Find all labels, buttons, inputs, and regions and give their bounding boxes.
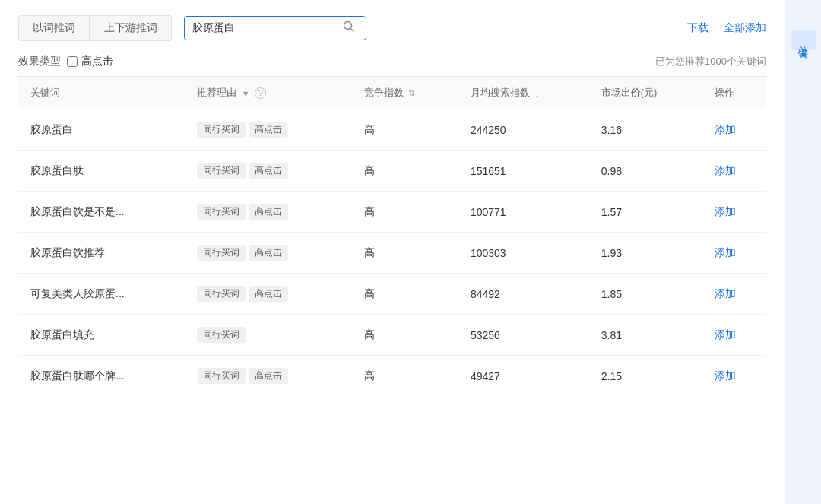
table-row: 胶原蛋白肽哪个牌...同行买词高点击高494272.15添加 (18, 356, 766, 397)
cell-action: 添加 (702, 233, 766, 274)
table-row: 胶原蛋白饮推荐同行买词高点击高1003031.93添加 (18, 233, 766, 274)
page-wrapper: 以词推词 上下游推词 下载 全部添加 效果类型 (0, 0, 821, 504)
table-header-row: 关键词 推荐理由 ▼ ? 竞争指数 ⇅ 月均搜索指数 (18, 77, 766, 109)
filter-row: 效果类型 高点击 已为您推荐1000个关键词 (18, 55, 766, 68)
search-button[interactable] (340, 21, 358, 36)
search-input[interactable] (192, 22, 340, 34)
cell-reason: 同行买词高点击 (185, 192, 352, 233)
col-header-competition: 竞争指数 ⇅ (352, 77, 458, 109)
cell-search-index: 100771 (458, 192, 589, 233)
reason-tag: 同行买词 (197, 204, 246, 220)
col-header-search: 月均搜索指数 ↓ (458, 77, 589, 109)
sidebar-keyword-label[interactable]: 关键词 (791, 30, 816, 50)
reason-tag: 高点击 (249, 286, 288, 302)
table-row: 胶原蛋白同行买词高点击高2442503.16添加 (18, 109, 766, 151)
download-button[interactable]: 下载 (687, 21, 708, 35)
add-all-button[interactable]: 全部添加 (724, 21, 766, 35)
svg-line-1 (351, 29, 354, 32)
reason-tag: 高点击 (249, 368, 288, 384)
cell-keyword: 胶原蛋白肽哪个牌... (18, 356, 185, 397)
cell-action: 添加 (702, 109, 766, 151)
cell-price: 0.98 (589, 151, 702, 192)
cell-competition: 高 (352, 192, 458, 233)
cell-keyword: 胶原蛋白 (18, 109, 185, 151)
cell-reason: 同行买词高点击 (185, 356, 352, 397)
add-keyword-button[interactable]: 添加 (715, 246, 736, 260)
search-sort-icon[interactable]: ↓ (535, 89, 540, 98)
table-row: 可复美类人胶原蛋...同行买词高点击高844921.85添加 (18, 274, 766, 315)
col-header-keyword: 关键词 (18, 77, 185, 109)
cell-keyword: 胶原蛋白填充 (18, 315, 185, 356)
reason-tag: 同行买词 (197, 327, 246, 343)
cell-keyword: 可复美类人胶原蛋... (18, 274, 185, 315)
search-icon (343, 21, 355, 33)
reason-tag: 同行买词 (197, 122, 246, 138)
reason-tag: 同行买词 (197, 245, 246, 261)
cell-action: 添加 (702, 274, 766, 315)
cell-search-index: 49427 (458, 356, 589, 397)
table-row: 胶原蛋白肽同行买词高点击高1516510.98添加 (18, 151, 766, 192)
add-keyword-button[interactable]: 添加 (715, 123, 736, 137)
filter-left: 效果类型 高点击 (18, 55, 113, 68)
table-row: 胶原蛋白填充同行买词高532563.81添加 (18, 315, 766, 356)
cell-reason: 同行买词高点击 (185, 274, 352, 315)
high-click-filter[interactable]: 高点击 (67, 55, 113, 68)
add-keyword-button[interactable]: 添加 (715, 164, 736, 178)
cell-search-index: 151651 (458, 151, 589, 192)
col-header-price: 市场出价(元) (589, 77, 702, 109)
cell-search-index: 100303 (458, 233, 589, 274)
toolbar: 以词推词 上下游推词 下载 全部添加 (18, 15, 766, 41)
competition-sort-icon[interactable]: ⇅ (408, 88, 415, 98)
reason-tag: 高点击 (249, 245, 288, 261)
main-content: 以词推词 上下游推词 下载 全部添加 效果类型 (0, 0, 785, 504)
reason-help-icon[interactable]: ? (255, 87, 266, 99)
cell-competition: 高 (352, 109, 458, 151)
cell-competition: 高 (352, 315, 458, 356)
cell-action: 添加 (702, 192, 766, 233)
cell-action: 添加 (702, 356, 766, 397)
cell-competition: 高 (352, 274, 458, 315)
add-keyword-button[interactable]: 添加 (715, 205, 736, 219)
add-keyword-button[interactable]: 添加 (715, 369, 736, 383)
cell-search-index: 244250 (458, 109, 589, 151)
reason-tag: 高点击 (249, 122, 288, 138)
cell-keyword: 胶原蛋白饮是不是... (18, 192, 185, 233)
cell-reason: 同行买词高点击 (185, 233, 352, 274)
top-actions: 下载 全部添加 (687, 21, 766, 35)
cell-price: 1.57 (589, 192, 702, 233)
reason-filter-icon[interactable]: ▼ (242, 89, 250, 98)
table-row: 胶原蛋白饮是不是...同行买词高点击高1007711.57添加 (18, 192, 766, 233)
reason-tag: 同行买词 (197, 286, 246, 302)
cell-keyword: 胶原蛋白肽 (18, 151, 185, 192)
cell-competition: 高 (352, 233, 458, 274)
cell-action: 添加 (702, 315, 766, 356)
table-container: 关键词 推荐理由 ▼ ? 竞争指数 ⇅ 月均搜索指数 (18, 76, 766, 396)
cell-competition: 高 (352, 151, 458, 192)
tab-group: 以词推词 上下游推词 (18, 15, 172, 41)
reason-tag: 高点击 (249, 163, 288, 179)
cell-keyword: 胶原蛋白饮推荐 (18, 233, 185, 274)
cell-reason: 同行买词高点击 (185, 151, 352, 192)
cell-reason: 同行买词 (185, 315, 352, 356)
cell-price: 2.15 (589, 356, 702, 397)
effect-type-label: 效果类型 (18, 55, 61, 68)
cell-price: 3.16 (589, 109, 702, 151)
col-header-reason: 推荐理由 ▼ ? (185, 77, 352, 109)
add-keyword-button[interactable]: 添加 (715, 328, 736, 342)
cell-price: 3.81 (589, 315, 702, 356)
add-keyword-button[interactable]: 添加 (715, 287, 736, 301)
cell-search-index: 84492 (458, 274, 589, 315)
high-click-label: 高点击 (81, 55, 113, 68)
cell-price: 1.85 (589, 274, 702, 315)
col-header-action: 操作 (702, 77, 766, 109)
tab-keyword-suggest[interactable]: 以词推词 (18, 15, 90, 41)
recommend-tip: 已为您推荐1000个关键词 (655, 55, 766, 68)
cell-action: 添加 (702, 151, 766, 192)
tab-upstream-downstream[interactable]: 上下游推词 (90, 15, 172, 41)
cell-price: 1.93 (589, 233, 702, 274)
high-click-checkbox[interactable] (67, 56, 78, 67)
right-sidebar: 关键词 (785, 0, 821, 504)
table-body: 胶原蛋白同行买词高点击高2442503.16添加胶原蛋白肽同行买词高点击高151… (18, 109, 766, 397)
reason-tag: 同行买词 (197, 163, 246, 179)
cell-competition: 高 (352, 356, 458, 397)
